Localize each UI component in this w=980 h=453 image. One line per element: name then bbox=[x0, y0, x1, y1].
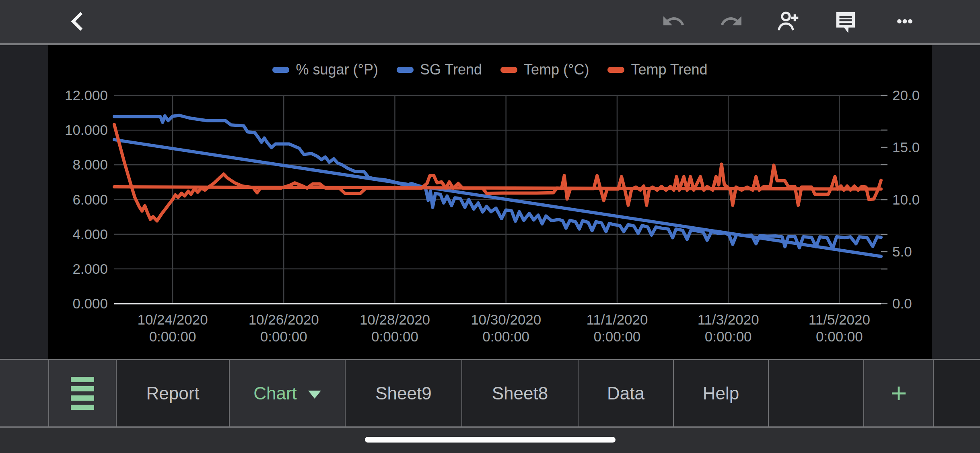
comment-icon bbox=[833, 9, 858, 34]
svg-text:11/5/2020: 11/5/2020 bbox=[809, 312, 870, 327]
svg-text:0:00:00: 0:00:00 bbox=[371, 329, 418, 344]
more-horiz-icon bbox=[894, 10, 916, 33]
legend-item-sugar: % sugar (°P) bbox=[272, 61, 378, 78]
svg-text:10/30/2020: 10/30/2020 bbox=[471, 312, 541, 327]
legend-label: Temp (°C) bbox=[524, 61, 589, 78]
comments-button[interactable] bbox=[829, 0, 863, 43]
tab-label: Data bbox=[607, 383, 644, 403]
tab-label: Sheet9 bbox=[375, 383, 431, 403]
svg-text:2.000: 2.000 bbox=[72, 261, 108, 277]
tab-help[interactable]: Help bbox=[673, 360, 768, 426]
svg-text:10/24/2020: 10/24/2020 bbox=[137, 312, 208, 327]
tab-report[interactable]: Report bbox=[116, 360, 229, 426]
tab-sheet9[interactable]: Sheet9 bbox=[345, 360, 461, 426]
sheets-mobile-screen: 12.00010.0008.0006.0004.0002.0000.00020.… bbox=[0, 0, 980, 453]
legend-item-temp-trend: Temp Trend bbox=[607, 61, 707, 78]
svg-text:10/26/2020: 10/26/2020 bbox=[249, 312, 319, 327]
redo-button[interactable] bbox=[715, 0, 747, 43]
home-indicator[interactable] bbox=[365, 437, 616, 443]
add-person-icon bbox=[775, 8, 801, 35]
svg-text:0:00:00: 0:00:00 bbox=[594, 329, 641, 344]
legend-item-sg-trend: SG Trend bbox=[397, 61, 482, 78]
temp-series-swatch bbox=[500, 67, 517, 73]
svg-text:20.0: 20.0 bbox=[892, 87, 920, 103]
tabbar-right-filler bbox=[933, 360, 980, 426]
svg-text:0:00:00: 0:00:00 bbox=[260, 329, 307, 344]
svg-text:11/3/2020: 11/3/2020 bbox=[698, 312, 759, 327]
sugar-series-swatch bbox=[272, 67, 289, 73]
tab-sheet8[interactable]: Sheet8 bbox=[461, 360, 578, 426]
undo-button[interactable] bbox=[657, 0, 690, 43]
svg-text:0.0: 0.0 bbox=[892, 296, 912, 311]
legend-label: Temp Trend bbox=[631, 61, 707, 78]
hamburger-icon bbox=[71, 377, 94, 410]
sheet-tab-bar: Report Chart Sheet9 Sheet8 Data Help bbox=[0, 359, 980, 428]
svg-text:0:00:00: 0:00:00 bbox=[482, 329, 529, 344]
tab-label: Sheet8 bbox=[492, 383, 548, 403]
chart-region: 12.00010.0008.0006.0004.0002.0000.00020.… bbox=[0, 45, 980, 359]
more-menu-button[interactable] bbox=[887, 0, 922, 43]
svg-text:10.000: 10.000 bbox=[65, 122, 108, 138]
top-toolbar bbox=[0, 0, 980, 43]
redo-icon bbox=[719, 9, 743, 33]
temp-trend-swatch bbox=[607, 67, 624, 73]
tab-chart[interactable]: Chart bbox=[229, 360, 345, 426]
svg-text:6.000: 6.000 bbox=[72, 192, 108, 207]
svg-text:8.000: 8.000 bbox=[72, 157, 108, 172]
svg-text:4.000: 4.000 bbox=[72, 226, 108, 242]
svg-text:0.000: 0.000 bbox=[72, 296, 108, 311]
sheet-list-menu-button[interactable] bbox=[48, 360, 116, 426]
svg-text:5.0: 5.0 bbox=[892, 244, 912, 259]
plus-icon bbox=[889, 384, 908, 403]
share-add-person-button[interactable] bbox=[771, 0, 805, 43]
svg-text:15.0: 15.0 bbox=[892, 139, 920, 155]
add-sheet-button[interactable] bbox=[863, 360, 933, 426]
svg-text:0:00:00: 0:00:00 bbox=[149, 329, 196, 344]
svg-text:11/1/2020: 11/1/2020 bbox=[586, 312, 648, 327]
sg-trend-swatch bbox=[397, 67, 414, 73]
undo-icon bbox=[661, 9, 686, 33]
back-chevron-icon bbox=[68, 11, 89, 32]
legend-label: % sugar (°P) bbox=[296, 61, 378, 78]
back-button[interactable] bbox=[63, 0, 95, 43]
svg-text:0:00:00: 0:00:00 bbox=[705, 329, 752, 344]
legend-label: SG Trend bbox=[420, 61, 482, 78]
tab-empty bbox=[768, 360, 863, 426]
svg-text:10/28/2020: 10/28/2020 bbox=[360, 312, 430, 327]
svg-text:0:00:00: 0:00:00 bbox=[816, 329, 863, 344]
svg-text:10.0: 10.0 bbox=[892, 192, 920, 207]
chart-legend: % sugar (°P) SG Trend Temp (°C) Temp Tre… bbox=[48, 60, 932, 80]
tab-label: Help bbox=[703, 383, 739, 403]
tab-dropdown-arrow-icon[interactable] bbox=[308, 391, 321, 399]
tabbar-left-filler bbox=[0, 360, 48, 426]
line-chart-plot: 12.00010.0008.0006.0004.0002.0000.00020.… bbox=[48, 45, 932, 359]
tab-data[interactable]: Data bbox=[578, 360, 673, 426]
tab-label: Chart bbox=[253, 383, 297, 403]
svg-text:12.000: 12.000 bbox=[65, 87, 108, 103]
embedded-chart[interactable]: 12.00010.0008.0006.0004.0002.0000.00020.… bbox=[48, 45, 932, 359]
legend-item-temp: Temp (°C) bbox=[500, 61, 589, 78]
tab-label: Report bbox=[146, 383, 199, 403]
